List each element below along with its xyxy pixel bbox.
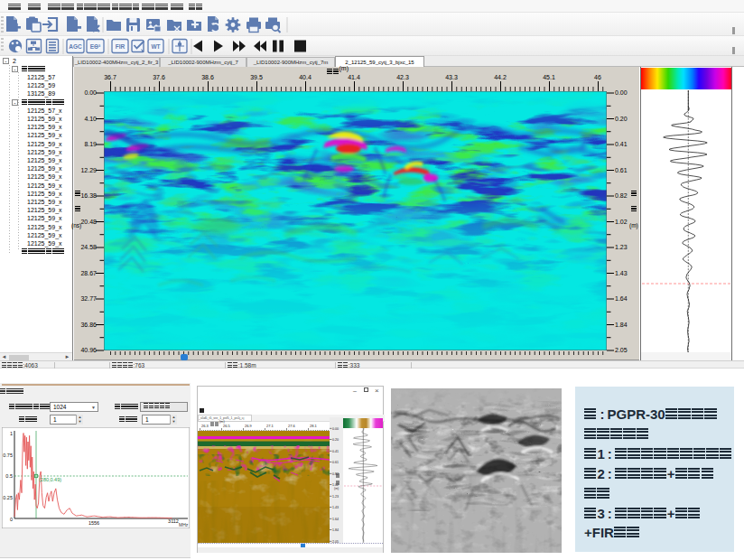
svg-text:WT: WT	[151, 43, 160, 50]
svg-text:27.6: 27.6	[288, 424, 296, 428]
svg-text:1556: 1556	[88, 520, 99, 526]
svg-text:0.41: 0.41	[332, 450, 339, 453]
svg-text:0.25: 0.25	[3, 495, 13, 500]
svg-text:27.1: 27.1	[266, 424, 274, 428]
svg-text:0.00: 0.00	[332, 427, 339, 431]
svg-text:3112: 3112	[168, 518, 179, 524]
svg-text:AGC: AGC	[69, 43, 82, 50]
svg-text:0.75: 0.75	[3, 453, 13, 458]
svg-text:(280,0.49): (280,0.49)	[39, 477, 61, 482]
svg-text:MHz: MHz	[179, 522, 189, 527]
svg-text:FIR: FIR	[116, 43, 126, 50]
svg-text:0.20: 0.20	[332, 438, 339, 442]
svg-text:0: 0	[10, 517, 13, 522]
svg-text:26.9: 26.9	[245, 424, 253, 428]
svg-text:1.43: 1.43	[332, 506, 339, 509]
svg-text:1.84: 1.84	[332, 528, 339, 532]
svg-text:1.23: 1.23	[332, 495, 339, 499]
svg-text:0.61: 0.61	[332, 461, 339, 464]
svg-text:26.3: 26.3	[201, 424, 209, 428]
svg-text:26.5: 26.5	[223, 424, 231, 428]
svg-text:0.5: 0.5	[5, 473, 13, 479]
svg-text:1: 1	[10, 431, 13, 436]
svg-text:1.64: 1.64	[332, 518, 339, 521]
svg-text:EΘ³: EΘ³	[90, 43, 101, 50]
svg-text:28.1: 28.1	[310, 424, 318, 428]
